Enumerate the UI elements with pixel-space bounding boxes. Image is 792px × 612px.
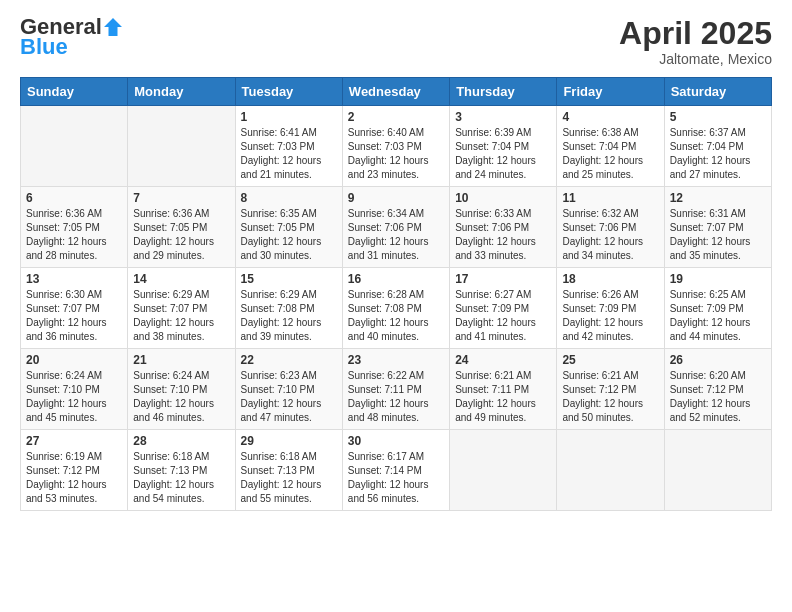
calendar-cell: 28Sunrise: 6:18 AMSunset: 7:13 PMDayligh…	[128, 430, 235, 511]
calendar-cell: 14Sunrise: 6:29 AMSunset: 7:07 PMDayligh…	[128, 268, 235, 349]
day-info: Sunrise: 6:30 AMSunset: 7:07 PMDaylight:…	[26, 288, 122, 344]
week-row-4: 20Sunrise: 6:24 AMSunset: 7:10 PMDayligh…	[21, 349, 772, 430]
calendar-cell: 27Sunrise: 6:19 AMSunset: 7:12 PMDayligh…	[21, 430, 128, 511]
day-number: 23	[348, 353, 444, 367]
calendar-cell: 25Sunrise: 6:21 AMSunset: 7:12 PMDayligh…	[557, 349, 664, 430]
day-info: Sunrise: 6:28 AMSunset: 7:08 PMDaylight:…	[348, 288, 444, 344]
weekday-header-tuesday: Tuesday	[235, 78, 342, 106]
day-info: Sunrise: 6:41 AMSunset: 7:03 PMDaylight:…	[241, 126, 337, 182]
header: General Blue April 2025 Jaltomate, Mexic…	[20, 16, 772, 67]
weekday-header-row: SundayMondayTuesdayWednesdayThursdayFrid…	[21, 78, 772, 106]
week-row-3: 13Sunrise: 6:30 AMSunset: 7:07 PMDayligh…	[21, 268, 772, 349]
svg-marker-0	[104, 18, 122, 36]
day-info: Sunrise: 6:39 AMSunset: 7:04 PMDaylight:…	[455, 126, 551, 182]
calendar-cell: 2Sunrise: 6:40 AMSunset: 7:03 PMDaylight…	[342, 106, 449, 187]
day-info: Sunrise: 6:22 AMSunset: 7:11 PMDaylight:…	[348, 369, 444, 425]
day-number: 15	[241, 272, 337, 286]
day-info: Sunrise: 6:31 AMSunset: 7:07 PMDaylight:…	[670, 207, 766, 263]
weekday-header-thursday: Thursday	[450, 78, 557, 106]
day-number: 5	[670, 110, 766, 124]
calendar-cell: 22Sunrise: 6:23 AMSunset: 7:10 PMDayligh…	[235, 349, 342, 430]
calendar-cell: 10Sunrise: 6:33 AMSunset: 7:06 PMDayligh…	[450, 187, 557, 268]
calendar-cell: 26Sunrise: 6:20 AMSunset: 7:12 PMDayligh…	[664, 349, 771, 430]
day-number: 17	[455, 272, 551, 286]
calendar-cell: 13Sunrise: 6:30 AMSunset: 7:07 PMDayligh…	[21, 268, 128, 349]
day-info: Sunrise: 6:18 AMSunset: 7:13 PMDaylight:…	[133, 450, 229, 506]
day-number: 28	[133, 434, 229, 448]
calendar-cell	[21, 106, 128, 187]
calendar-cell: 6Sunrise: 6:36 AMSunset: 7:05 PMDaylight…	[21, 187, 128, 268]
calendar-cell	[664, 430, 771, 511]
day-info: Sunrise: 6:26 AMSunset: 7:09 PMDaylight:…	[562, 288, 658, 344]
day-number: 27	[26, 434, 122, 448]
day-info: Sunrise: 6:38 AMSunset: 7:04 PMDaylight:…	[562, 126, 658, 182]
day-number: 1	[241, 110, 337, 124]
day-number: 4	[562, 110, 658, 124]
day-info: Sunrise: 6:18 AMSunset: 7:13 PMDaylight:…	[241, 450, 337, 506]
calendar-cell: 20Sunrise: 6:24 AMSunset: 7:10 PMDayligh…	[21, 349, 128, 430]
month-title: April 2025	[619, 16, 772, 51]
calendar-table: SundayMondayTuesdayWednesdayThursdayFrid…	[20, 77, 772, 511]
weekday-header-friday: Friday	[557, 78, 664, 106]
day-info: Sunrise: 6:20 AMSunset: 7:12 PMDaylight:…	[670, 369, 766, 425]
day-number: 24	[455, 353, 551, 367]
day-number: 9	[348, 191, 444, 205]
week-row-2: 6Sunrise: 6:36 AMSunset: 7:05 PMDaylight…	[21, 187, 772, 268]
logo: General Blue	[20, 16, 122, 60]
day-info: Sunrise: 6:24 AMSunset: 7:10 PMDaylight:…	[26, 369, 122, 425]
day-number: 14	[133, 272, 229, 286]
calendar-cell: 30Sunrise: 6:17 AMSunset: 7:14 PMDayligh…	[342, 430, 449, 511]
day-number: 18	[562, 272, 658, 286]
day-number: 2	[348, 110, 444, 124]
logo-blue-text: Blue	[20, 34, 68, 60]
day-number: 13	[26, 272, 122, 286]
calendar-cell: 4Sunrise: 6:38 AMSunset: 7:04 PMDaylight…	[557, 106, 664, 187]
calendar-cell: 19Sunrise: 6:25 AMSunset: 7:09 PMDayligh…	[664, 268, 771, 349]
day-info: Sunrise: 6:21 AMSunset: 7:11 PMDaylight:…	[455, 369, 551, 425]
calendar-cell: 11Sunrise: 6:32 AMSunset: 7:06 PMDayligh…	[557, 187, 664, 268]
day-info: Sunrise: 6:40 AMSunset: 7:03 PMDaylight:…	[348, 126, 444, 182]
day-number: 26	[670, 353, 766, 367]
day-info: Sunrise: 6:32 AMSunset: 7:06 PMDaylight:…	[562, 207, 658, 263]
calendar-cell	[450, 430, 557, 511]
day-info: Sunrise: 6:27 AMSunset: 7:09 PMDaylight:…	[455, 288, 551, 344]
calendar-cell: 21Sunrise: 6:24 AMSunset: 7:10 PMDayligh…	[128, 349, 235, 430]
calendar-cell: 23Sunrise: 6:22 AMSunset: 7:11 PMDayligh…	[342, 349, 449, 430]
weekday-header-wednesday: Wednesday	[342, 78, 449, 106]
day-info: Sunrise: 6:36 AMSunset: 7:05 PMDaylight:…	[133, 207, 229, 263]
calendar-cell	[128, 106, 235, 187]
day-number: 30	[348, 434, 444, 448]
day-info: Sunrise: 6:33 AMSunset: 7:06 PMDaylight:…	[455, 207, 551, 263]
day-info: Sunrise: 6:36 AMSunset: 7:05 PMDaylight:…	[26, 207, 122, 263]
calendar-cell: 3Sunrise: 6:39 AMSunset: 7:04 PMDaylight…	[450, 106, 557, 187]
calendar-cell: 8Sunrise: 6:35 AMSunset: 7:05 PMDaylight…	[235, 187, 342, 268]
calendar-cell: 16Sunrise: 6:28 AMSunset: 7:08 PMDayligh…	[342, 268, 449, 349]
weekday-header-saturday: Saturday	[664, 78, 771, 106]
week-row-1: 1Sunrise: 6:41 AMSunset: 7:03 PMDaylight…	[21, 106, 772, 187]
day-info: Sunrise: 6:19 AMSunset: 7:12 PMDaylight:…	[26, 450, 122, 506]
calendar-cell: 1Sunrise: 6:41 AMSunset: 7:03 PMDaylight…	[235, 106, 342, 187]
day-info: Sunrise: 6:29 AMSunset: 7:08 PMDaylight:…	[241, 288, 337, 344]
day-info: Sunrise: 6:34 AMSunset: 7:06 PMDaylight:…	[348, 207, 444, 263]
day-number: 25	[562, 353, 658, 367]
weekday-header-sunday: Sunday	[21, 78, 128, 106]
day-info: Sunrise: 6:35 AMSunset: 7:05 PMDaylight:…	[241, 207, 337, 263]
day-info: Sunrise: 6:25 AMSunset: 7:09 PMDaylight:…	[670, 288, 766, 344]
day-info: Sunrise: 6:24 AMSunset: 7:10 PMDaylight:…	[133, 369, 229, 425]
day-number: 3	[455, 110, 551, 124]
day-number: 19	[670, 272, 766, 286]
calendar-cell: 12Sunrise: 6:31 AMSunset: 7:07 PMDayligh…	[664, 187, 771, 268]
location-subtitle: Jaltomate, Mexico	[619, 51, 772, 67]
day-number: 6	[26, 191, 122, 205]
day-info: Sunrise: 6:17 AMSunset: 7:14 PMDaylight:…	[348, 450, 444, 506]
page: General Blue April 2025 Jaltomate, Mexic…	[0, 0, 792, 612]
day-number: 10	[455, 191, 551, 205]
title-block: April 2025 Jaltomate, Mexico	[619, 16, 772, 67]
day-info: Sunrise: 6:29 AMSunset: 7:07 PMDaylight:…	[133, 288, 229, 344]
logo-icon	[104, 18, 122, 36]
day-number: 21	[133, 353, 229, 367]
day-number: 7	[133, 191, 229, 205]
calendar-cell: 15Sunrise: 6:29 AMSunset: 7:08 PMDayligh…	[235, 268, 342, 349]
day-number: 16	[348, 272, 444, 286]
calendar-cell: 17Sunrise: 6:27 AMSunset: 7:09 PMDayligh…	[450, 268, 557, 349]
